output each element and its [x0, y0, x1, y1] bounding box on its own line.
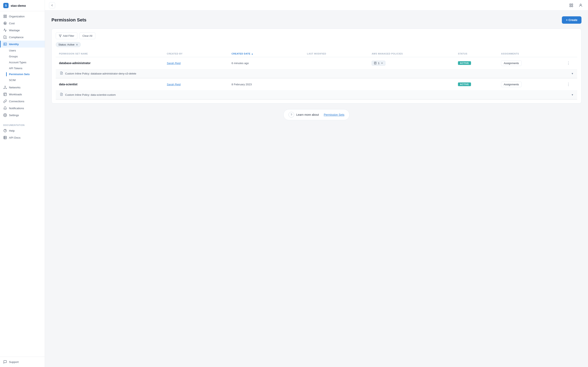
svg-marker-20 [59, 35, 61, 37]
sidebar-item-api-docs[interactable]: API Docs [0, 134, 45, 141]
compliance-icon [3, 35, 7, 39]
more-menu-button-row1[interactable]: ⋮ [566, 60, 571, 66]
create-button[interactable]: + Create [562, 16, 581, 24]
policy-doc-icon [60, 93, 63, 97]
documentation-section: DOCUMENTATION Help API Docs [0, 120, 45, 143]
row1-aws-policies: 1 [372, 61, 458, 66]
sidebar-item-groups[interactable]: Groups [0, 53, 45, 59]
sidebar-item-api-tokens[interactable]: API Tokens [0, 65, 45, 71]
col-aws-policies-label: AWS MANAGED POLICIES [372, 52, 403, 55]
row1-policy-text: Custom Inline Policy: database-administr… [65, 72, 136, 75]
sub-item-label: API Tokens [9, 67, 23, 70]
sidebar-support-label: Support [9, 360, 19, 364]
sort-arrow-icon: ▲ [251, 53, 253, 55]
sidebar-item-settings[interactable]: Settings [0, 112, 45, 119]
svg-rect-1 [6, 15, 7, 16]
settings-icon [3, 113, 7, 117]
sidebar-item-support[interactable]: Support [0, 359, 45, 365]
more-menu-button-row2[interactable]: ⋮ [566, 81, 571, 87]
sidebar-item-label: Connections [9, 100, 24, 103]
sidebar: S stax-demo Organization Cost Wastage [0, 0, 45, 367]
col-last-modified[interactable]: LAST MODIFIED [307, 52, 372, 55]
sidebar-item-help[interactable]: Help [0, 127, 45, 134]
sidebar-item-permission-sets[interactable]: Permission Sets [0, 71, 45, 77]
main-content: Permission Sets + Create Add Filter Clea… [45, 0, 588, 367]
row2-assignments: Assignments [501, 82, 566, 87]
sidebar-item-scim[interactable]: SCIM [0, 77, 45, 83]
svg-rect-15 [570, 4, 571, 5]
sidebar-item-cost[interactable]: Cost [0, 20, 45, 27]
sidebar-item-identity[interactable]: Identity [0, 41, 45, 48]
sidebar-item-label: Cost [9, 22, 15, 25]
row2-expand-toggle[interactable]: ▾ [572, 93, 573, 96]
sidebar-item-workloads[interactable]: Workloads [0, 91, 45, 98]
clear-all-button[interactable]: Clear All [79, 33, 95, 39]
sidebar-support: Support [0, 357, 45, 367]
row1-expand-toggle[interactable]: ▾ [572, 72, 573, 75]
row1-created-by: Sarah Reid [167, 62, 232, 65]
sidebar-item-label: Help [9, 129, 15, 132]
svg-point-11 [5, 115, 6, 116]
sidebar-item-label: Compliance [9, 36, 24, 39]
svg-rect-18 [572, 6, 573, 7]
table-row: data-scientist Sarah Reid 8 February 202… [56, 78, 577, 100]
row1-name: database-administrator [59, 61, 167, 65]
status-filter-remove[interactable]: ✕ [76, 43, 78, 46]
table-row-data: database-administrator Sarah Reid 6 minu… [56, 57, 577, 69]
svg-rect-14 [4, 136, 7, 139]
col-assignments[interactable]: ASSIGNMENTS [501, 52, 566, 55]
doc-section-label: DOCUMENTATION [0, 122, 45, 127]
user-icon[interactable] [577, 2, 584, 8]
learn-more-section[interactable]: ? Learn more about Permission Sets [283, 109, 350, 120]
sidebar-item-label: Notifications [9, 107, 24, 110]
row2-created-by-link[interactable]: Sarah Reid [167, 83, 181, 86]
policy-badge-row1[interactable]: 1 [372, 61, 385, 66]
grid-icon[interactable] [568, 2, 574, 8]
sidebar-item-notifications[interactable]: Notifications [0, 105, 45, 112]
col-created-date[interactable]: CREATED DATE ▲ [232, 52, 307, 55]
row1-created-by-link[interactable]: Sarah Reid [167, 62, 181, 65]
page-title: Permission Sets [51, 17, 86, 23]
svg-rect-0 [4, 15, 5, 16]
row2-policy-text: Custom Inline Policy: data-scientist-cus… [65, 93, 116, 96]
sub-item-label: Groups [9, 55, 18, 58]
content-area: Permission Sets + Create Add Filter Clea… [45, 11, 588, 367]
svg-point-8 [4, 88, 4, 89]
col-aws-policies[interactable]: AWS MANAGED POLICIES [372, 52, 458, 55]
row1-assignments: Assignments [501, 60, 566, 66]
col-name[interactable]: PERMISSION SET NAME [59, 52, 167, 55]
topbar-right [568, 2, 584, 8]
sub-item-label: SCIM [9, 79, 16, 82]
learn-more-label: Learn more about [296, 113, 319, 116]
sidebar-item-users[interactable]: Users [0, 48, 45, 53]
svg-point-19 [580, 4, 581, 5]
svg-rect-16 [572, 4, 573, 5]
sidebar-item-connections[interactable]: Connections [0, 98, 45, 105]
back-button[interactable] [49, 2, 55, 8]
learn-more-link[interactable]: Permission Sets [324, 113, 344, 116]
col-status[interactable]: STATUS [458, 52, 501, 55]
sidebar-item-compliance[interactable]: Compliance [0, 34, 45, 41]
assignments-button-row2[interactable]: Assignments [501, 82, 521, 87]
sidebar-item-account-types[interactable]: Account Types [0, 59, 45, 65]
col-created-by[interactable]: CREATED BY [167, 52, 232, 55]
cost-icon [3, 21, 7, 25]
add-filter-button[interactable]: Add Filter [56, 33, 77, 39]
table-row-data: data-scientist Sarah Reid 8 February 202… [56, 78, 577, 90]
status-badge-row2: ACTIVE [458, 83, 471, 86]
notifications-icon [3, 106, 7, 110]
policy-count: 1 [378, 62, 379, 65]
clear-all-label: Clear All [83, 34, 92, 37]
assignments-button-row1[interactable]: Assignments [501, 60, 521, 66]
api-docs-icon [3, 136, 7, 139]
connections-icon [3, 100, 7, 103]
sidebar-item-label: Networks [9, 86, 20, 89]
sidebar-item-label: API Docs [9, 136, 20, 139]
svg-rect-2 [4, 17, 5, 18]
sidebar-item-wastage[interactable]: Wastage [0, 27, 45, 34]
col-status-label: STATUS [458, 52, 467, 55]
sidebar-item-organization[interactable]: Organization [0, 13, 45, 20]
sidebar-item-networks[interactable]: Networks [0, 84, 45, 91]
org-icon [3, 15, 7, 18]
policy-doc-icon [60, 71, 63, 75]
